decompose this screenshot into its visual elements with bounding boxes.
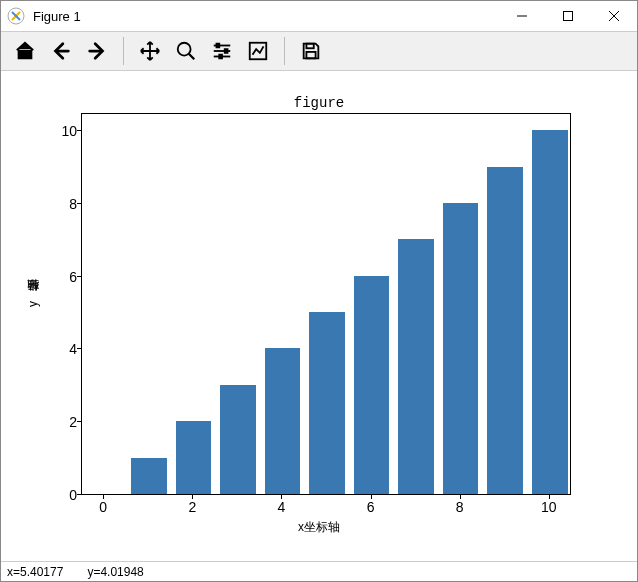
configure-button[interactable] [206, 35, 238, 67]
maximize-button[interactable] [545, 1, 591, 31]
svg-point-7 [178, 43, 191, 56]
bar [220, 385, 256, 494]
svg-line-8 [189, 54, 195, 60]
back-button[interactable] [45, 35, 77, 67]
bar [265, 348, 301, 494]
y-tick-label: 6 [7, 269, 77, 285]
x-axis-label: x坐标轴 [1, 519, 637, 536]
x-tick-label: 4 [278, 499, 286, 515]
bar [354, 276, 390, 494]
forward-button[interactable] [81, 35, 113, 67]
x-tick-label: 2 [188, 499, 196, 515]
bar [131, 458, 167, 494]
y-tick-label: 0 [7, 487, 77, 503]
edit-button[interactable] [242, 35, 274, 67]
home-button[interactable] [9, 35, 41, 67]
y-tick-label: 8 [7, 196, 77, 212]
toolbar-separator [284, 37, 285, 65]
figure-canvas[interactable]: figure y坐标轴 0246810 0246810 x坐标轴 [1, 71, 637, 561]
toolbar [1, 31, 637, 71]
y-ticks: 0246810 [1, 113, 81, 495]
toolbar-separator [123, 37, 124, 65]
bar [532, 130, 568, 494]
x-tick-label: 8 [456, 499, 464, 515]
window-titlebar: Figure 1 [1, 1, 637, 31]
svg-rect-2 [564, 12, 573, 21]
x-tick-label: 6 [367, 499, 375, 515]
x-tick-label: 10 [541, 499, 557, 515]
bar [487, 167, 523, 494]
svg-rect-14 [219, 55, 222, 59]
bar [176, 421, 212, 494]
y-tick-label: 10 [7, 123, 77, 139]
bar [309, 312, 345, 494]
minimize-button[interactable] [499, 1, 545, 31]
cursor-x: x=5.40177 [7, 565, 63, 579]
save-button[interactable] [295, 35, 327, 67]
bar [398, 239, 434, 494]
y-tick-label: 2 [7, 414, 77, 430]
close-button[interactable] [591, 1, 637, 31]
svg-rect-16 [306, 44, 313, 49]
x-tick-label: 0 [99, 499, 107, 515]
svg-rect-17 [306, 52, 315, 58]
plot-area [81, 113, 571, 495]
app-icon [7, 7, 25, 25]
statusbar: x=5.40177 y=4.01948 [1, 561, 637, 581]
x-ticks: 0246810 [81, 495, 571, 519]
cursor-y: y=4.01948 [87, 565, 143, 579]
svg-rect-13 [225, 49, 228, 53]
bar [443, 203, 479, 494]
chart-title: figure [1, 95, 637, 111]
window-title: Figure 1 [33, 9, 81, 24]
y-tick-label: 4 [7, 341, 77, 357]
svg-rect-12 [217, 44, 220, 48]
pan-button[interactable] [134, 35, 166, 67]
zoom-button[interactable] [170, 35, 202, 67]
